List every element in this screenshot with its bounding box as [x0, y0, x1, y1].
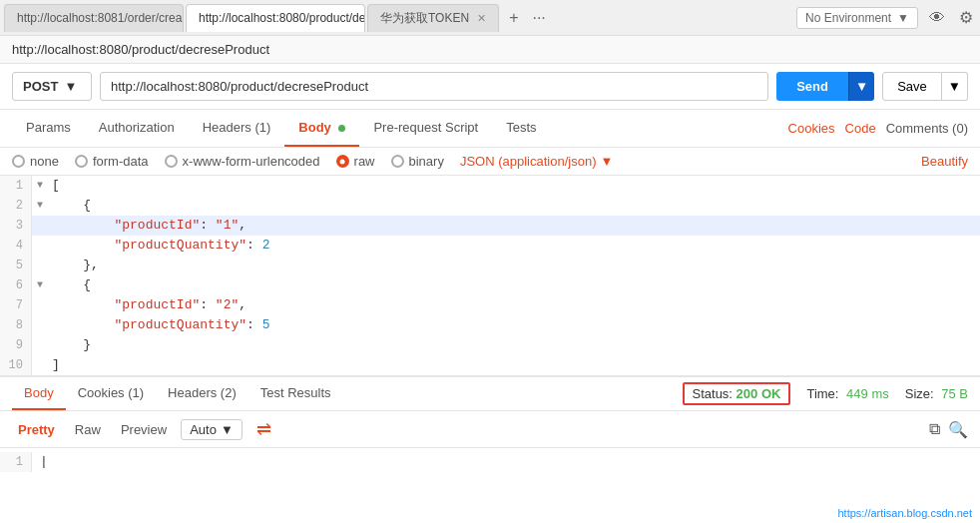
search-icon[interactable]: 🔍: [948, 420, 968, 439]
tab-2[interactable]: http://localhost:8080/product/de ✕: [186, 4, 365, 32]
address-bar: http://localhost:8080/product/decresePro…: [0, 36, 980, 64]
env-label: No Environment: [805, 11, 891, 25]
json-type-label: JSON (application/json): [460, 154, 597, 169]
code-line-6: 6 ▼ {: [0, 275, 980, 295]
radio-form-data: [75, 155, 88, 168]
line-content-4: "productQuantity": 2: [48, 236, 269, 256]
resp-tab-test-results[interactable]: Test Results: [248, 377, 343, 410]
option-form-data[interactable]: form-data: [75, 154, 149, 169]
send-dropdown-button[interactable]: ▼: [848, 72, 874, 101]
beautify-button[interactable]: Beautify: [921, 154, 968, 169]
tab-body[interactable]: Body: [284, 110, 359, 147]
resp-tab-cookies[interactable]: Cookies (1): [66, 377, 156, 410]
more-tabs-button[interactable]: ···: [528, 7, 549, 29]
code-line-10: 10 ]: [0, 355, 980, 375]
tab-tests[interactable]: Tests: [492, 110, 550, 147]
code-line-2: 2 ▼ {: [0, 196, 980, 216]
method-select[interactable]: POST ▼: [12, 72, 92, 101]
code-link[interactable]: Code: [845, 121, 876, 136]
line-num-6: 6: [0, 275, 32, 295]
size-label: Size: 75 B: [905, 386, 968, 401]
save-dropdown-button[interactable]: ▼: [942, 72, 968, 101]
pretty-button[interactable]: Pretty: [12, 420, 61, 439]
tab-bar-right: No Environment ▼ 👁 ⚙: [796, 5, 976, 30]
option-binary[interactable]: binary: [391, 154, 444, 169]
tab-prerequest[interactable]: Pre-request Script: [359, 110, 492, 147]
resp-tab-body[interactable]: Body: [12, 377, 66, 410]
status-badge: Status: 200 OK: [683, 382, 791, 405]
environment-select[interactable]: No Environment ▼: [796, 7, 918, 29]
tab-3-label: 华为获取TOKEN: [380, 10, 469, 27]
body-options: none form-data x-www-form-urlencoded raw…: [0, 148, 980, 176]
auto-chevron: ▼: [221, 422, 234, 437]
line-content-5: },: [48, 256, 99, 275]
line-content-3: "productId": "1",: [48, 216, 246, 236]
json-type-select[interactable]: JSON (application/json) ▼: [460, 154, 613, 169]
resp-line-content-1: |: [32, 452, 48, 472]
auto-label: Auto: [190, 422, 217, 437]
cookies-link[interactable]: Cookies: [788, 121, 835, 136]
auto-select[interactable]: Auto ▼: [181, 419, 243, 440]
address-text: http://localhost:8080/product/decresePro…: [12, 42, 269, 57]
gear-icon[interactable]: ⚙: [956, 5, 976, 30]
tab-params[interactable]: Params: [12, 110, 85, 147]
copy-icon[interactable]: ⧉: [929, 420, 940, 439]
send-button[interactable]: Send: [776, 72, 848, 101]
tab-3[interactable]: 华为获取TOKEN ✕: [367, 4, 499, 32]
line-content-2: {: [48, 196, 91, 216]
wrap-icon[interactable]: ⇌: [250, 416, 277, 442]
method-label: POST: [23, 79, 58, 94]
option-raw[interactable]: raw: [336, 154, 375, 169]
line-content-9: }: [48, 335, 91, 355]
url-input[interactable]: [100, 72, 768, 101]
line-num-7: 7: [0, 295, 32, 315]
line-arrow-6[interactable]: ▼: [32, 275, 48, 295]
request-bar: POST ▼ Send ▼ Save ▼: [0, 64, 980, 110]
save-button-group: Save ▼: [882, 72, 968, 101]
line-arrow-2[interactable]: ▼: [32, 196, 48, 216]
line-num-10: 10: [0, 355, 32, 375]
line-num-9: 9: [0, 335, 32, 355]
tab-authorization[interactable]: Authorization: [85, 110, 189, 147]
code-line-8: 8 "productQuantity": 5: [0, 315, 980, 335]
tab-3-close[interactable]: ✕: [477, 12, 486, 25]
status-label: Status:: [693, 386, 733, 401]
line-num-1: 1: [0, 176, 32, 196]
code-line-4: 4 "productQuantity": 2: [0, 236, 980, 256]
json-type-chevron: ▼: [600, 154, 613, 169]
tab-1[interactable]: http://localhost:8081/order/crea ✕: [4, 4, 184, 32]
comments-link[interactable]: Comments (0): [886, 121, 968, 136]
code-editor[interactable]: 1 ▼ [ 2 ▼ { 3 "productId": "1", 4 "produ…: [0, 176, 980, 376]
option-none[interactable]: none: [12, 154, 59, 169]
line-content-10: ]: [48, 355, 60, 375]
resp-line-num-1: 1: [0, 452, 32, 472]
eye-icon[interactable]: 👁: [926, 6, 948, 30]
resp-tab-headers[interactable]: Headers (2): [156, 377, 248, 410]
add-tab-button[interactable]: +: [505, 7, 522, 29]
tab-2-label: http://localhost:8080/product/de: [199, 11, 365, 25]
status-value: 200 OK: [736, 386, 781, 401]
preview-button[interactable]: Preview: [115, 420, 173, 439]
line-arrow-1[interactable]: ▼: [32, 176, 48, 196]
code-line-5: 5 },: [0, 256, 980, 275]
response-code-area[interactable]: 1 |: [0, 448, 980, 488]
tab-actions: + ···: [505, 7, 550, 29]
code-line-3: 3 "productId": "1",: [0, 216, 980, 236]
radio-none: [12, 155, 25, 168]
nav-tabs-right: Cookies Code Comments (0): [788, 121, 968, 136]
code-line-7: 7 "productId": "2",: [0, 295, 980, 315]
save-button[interactable]: Save: [882, 72, 942, 101]
tab-1-label: http://localhost:8081/order/crea: [17, 11, 182, 25]
chevron-down-icon: ▼: [897, 11, 909, 25]
radio-binary: [391, 155, 404, 168]
response-status-area: Status: 200 OK Time: 449 ms Size: 75 B: [683, 382, 968, 405]
response-tabs: Body Cookies (1) Headers (2) Test Result…: [0, 376, 980, 411]
option-urlencoded[interactable]: x-www-form-urlencoded: [165, 154, 320, 169]
tab-headers[interactable]: Headers (1): [189, 110, 285, 147]
footer-link[interactable]: https://artisan.blog.csdn.net: [837, 507, 972, 519]
code-line-9: 9 }: [0, 335, 980, 355]
time-label: Time: 449 ms: [806, 386, 888, 401]
line-content-7: "productId": "2",: [48, 295, 246, 315]
raw-button[interactable]: Raw: [69, 420, 107, 439]
code-line-1: 1 ▼ [: [0, 176, 980, 196]
